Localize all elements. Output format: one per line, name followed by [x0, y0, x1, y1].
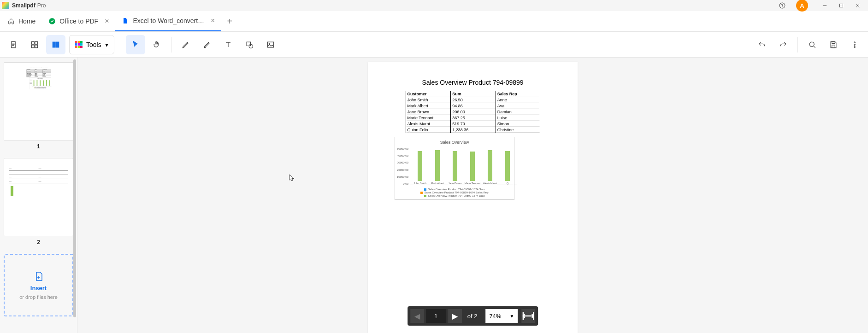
grid-view-button[interactable] — [25, 35, 44, 54]
fit-width-button[interactable] — [521, 309, 535, 323]
prev-page-button[interactable]: ◀ — [410, 309, 424, 323]
title-bar: Smallpdf Pro A — [0, 0, 868, 11]
hand-tool-button[interactable] — [147, 35, 166, 54]
thumbnail-panel: Sales Overview Product 794-09899 Custome… — [0, 58, 77, 333]
table-cell: Quinn Felix — [406, 127, 451, 133]
tab-office-to-pdf[interactable]: Office to PDF × — [42, 11, 115, 31]
insert-hint: or drop files here — [19, 294, 58, 300]
bar: Marie Tennant — [41, 81, 45, 87]
bar: John Smith — [411, 151, 429, 185]
document-canvas[interactable]: Sales Overview Product 794-09899 Custome… — [77, 58, 868, 333]
tools-grid-icon — [75, 41, 83, 48]
close-window-button[interactable] — [850, 0, 866, 11]
tab-close-button[interactable]: × — [211, 17, 215, 25]
page-number-input[interactable] — [426, 309, 446, 323]
svg-point-27 — [854, 46, 856, 47]
help-button[interactable] — [774, 0, 791, 11]
legend-swatch-icon — [35, 87, 35, 88]
search-button[interactable] — [803, 35, 822, 54]
table-cell: 519.79 — [451, 121, 496, 127]
insert-label: Insert — [30, 285, 47, 292]
undo-button[interactable] — [752, 35, 772, 54]
chevron-down-icon: ▾ — [105, 41, 108, 48]
single-page-view-button[interactable] — [4, 35, 23, 54]
bars-area: John SmithMark AlbertJane BrownMarie Ten… — [32, 80, 51, 87]
legend-swatch-icon — [34, 88, 34, 88]
shape-tool-button[interactable] — [240, 35, 259, 54]
table-row: Mark Albert94.86Ava — [406, 103, 540, 109]
shape-icon — [245, 40, 254, 49]
app-logo-icon — [2, 2, 9, 9]
pencil-tool-button[interactable] — [176, 35, 195, 54]
separator — [121, 37, 121, 53]
table-row: Alexis Marnt519.79Simon — [26, 75, 50, 76]
table-cell: Alexis Marnt — [26, 75, 35, 76]
more-menu-button[interactable] — [845, 35, 864, 54]
two-page-icon — [51, 40, 60, 49]
pencil-icon — [181, 40, 190, 49]
table-header: Sales Rep — [42, 70, 50, 70]
svg-point-26 — [854, 44, 856, 45]
undo-icon — [757, 40, 767, 49]
tab-close-button[interactable]: × — [105, 17, 109, 25]
table-cell: Damian — [496, 109, 540, 115]
page-thumb-2[interactable]: —— —— —— —— 2 — [4, 158, 73, 245]
save-icon — [829, 40, 838, 49]
legend-text: Sales Overview Product 794-09899-1674 Da… — [35, 88, 45, 88]
more-vertical-icon — [850, 40, 859, 49]
table-cell: 367.25 — [35, 74, 43, 75]
minimize-button[interactable] — [816, 0, 833, 11]
sidebar-scrollbar[interactable] — [72, 58, 77, 333]
svg-point-18 — [249, 44, 253, 48]
minimize-icon — [821, 2, 828, 9]
table-cell: Simon — [496, 121, 540, 127]
legend-swatch-icon — [420, 192, 423, 194]
tab-home[interactable]: Home — [1, 11, 42, 31]
table-cell: Mark Albert — [26, 71, 35, 72]
redo-button[interactable] — [774, 35, 793, 54]
table-cell: Mark Albert — [406, 103, 451, 109]
thumb-label: 1 — [4, 143, 73, 150]
table-cell: Jane Brown — [406, 109, 451, 115]
svg-rect-24 — [832, 45, 835, 47]
tab-excel-to-word[interactable]: Excel to Word_convert… × — [115, 11, 221, 31]
page-thumb-1[interactable]: Sales Overview Product 794-09899 Custome… — [4, 62, 73, 150]
image-tool-button[interactable] — [261, 35, 280, 54]
tab-bar: Home Office to PDF × Excel to Word_conve… — [0, 11, 868, 32]
insert-dropzone[interactable]: Insert or drop files here — [4, 254, 73, 316]
insert-file-icon — [33, 271, 44, 282]
table-header: Sales Rep — [496, 91, 540, 97]
table-cell: Christine — [496, 127, 540, 133]
table-cell: 1,238.36 — [35, 76, 43, 77]
document-title: Sales Overview Product 794-09899 — [26, 67, 51, 69]
y-axis: 50000.0040000.0030000.0020000.0010000.00… — [30, 80, 32, 87]
y-axis: 50000.0040000.0030000.0020000.0010000.00… — [397, 147, 410, 185]
avatar[interactable]: A — [796, 0, 808, 12]
bar: John Smith — [32, 80, 35, 86]
legend-swatch-icon — [424, 188, 426, 191]
next-page-button[interactable]: ▶ — [448, 309, 462, 323]
page-1: Sales Overview Product 794-09899 Custome… — [368, 62, 578, 333]
bar: Jane Brown — [446, 151, 464, 185]
svg-point-6 — [49, 18, 55, 24]
cursor-icon — [131, 40, 140, 49]
select-tool-button[interactable] — [126, 35, 145, 54]
tools-dropdown[interactable]: Tools ▾ — [69, 35, 114, 54]
zoom-value: 74% — [489, 313, 501, 320]
table-row: Quinn Felix1,238.36Christine — [26, 76, 50, 77]
two-page-view-button[interactable] — [46, 35, 65, 54]
zoom-dropdown[interactable]: 74% ▼ — [485, 309, 518, 323]
save-button[interactable] — [824, 35, 843, 54]
tab-label: Excel to Word_convert… — [133, 17, 204, 24]
table-cell: Alexis Marnt — [406, 121, 451, 127]
table-cell: Anne — [42, 70, 50, 71]
new-tab-button[interactable]: + — [221, 16, 238, 27]
highlight-tool-button[interactable] — [197, 35, 217, 54]
maximize-button[interactable] — [833, 0, 850, 11]
help-icon — [779, 2, 785, 9]
text-tool-button[interactable] — [218, 35, 238, 54]
table-row: Mark Albert94.86Ava — [26, 71, 50, 72]
table-cell: 94.86 — [35, 71, 43, 72]
chart-legend: Sales Overview Product 794-09899-1674 Su… — [397, 188, 512, 197]
close-icon — [855, 2, 861, 9]
